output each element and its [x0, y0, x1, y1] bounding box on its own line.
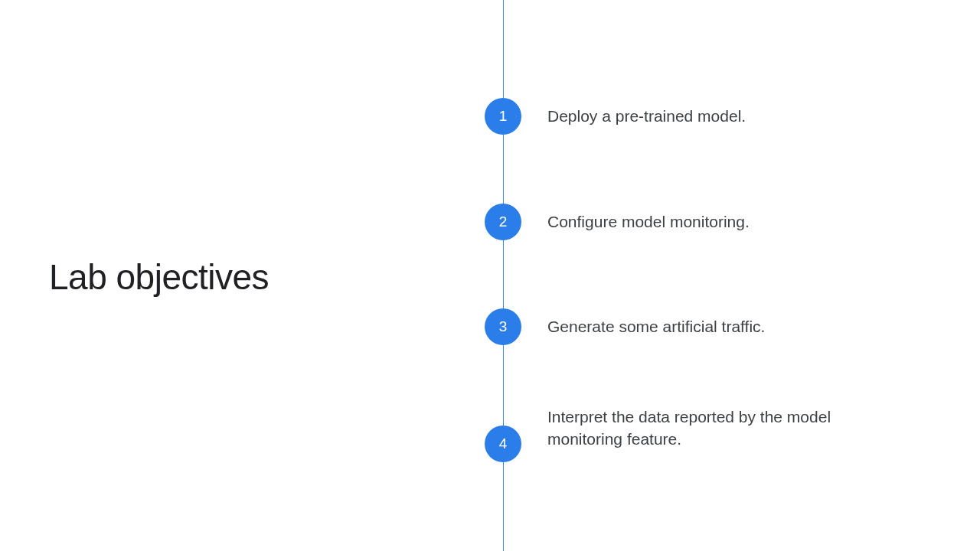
objective-item-1: 1 Deploy a pre-trained model. [485, 98, 746, 135]
step-label: Interpret the data reported by the model… [547, 406, 838, 451]
step-number-circle: 2 [485, 204, 521, 240]
timeline-line [503, 0, 504, 551]
objective-item-3: 3 Generate some artificial traffic. [485, 308, 765, 345]
step-label: Generate some artificial traffic. [547, 315, 765, 337]
page-title: Lab objectives [49, 256, 269, 298]
step-number-circle: 3 [485, 308, 521, 345]
step-number-circle: 1 [485, 98, 521, 135]
objective-item-2: 2 Configure model monitoring. [485, 204, 750, 240]
step-number-circle: 4 [485, 425, 521, 462]
step-label: Configure model monitoring. [547, 210, 750, 233]
step-label: Deploy a pre-trained model. [547, 105, 746, 127]
objective-item-4: 4 Interpret the data reported by the mod… [485, 415, 838, 462]
